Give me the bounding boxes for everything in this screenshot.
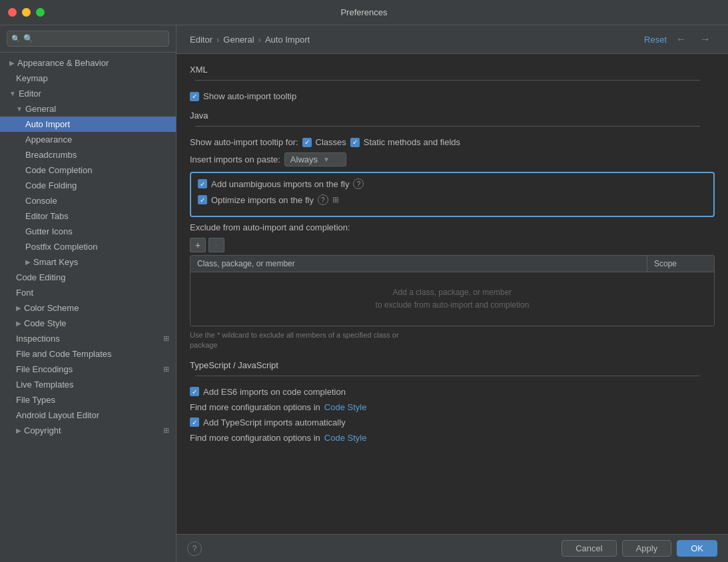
add-exclude-button[interactable]: + <box>190 238 206 252</box>
breadcrumb-auto-import: Auto Import <box>265 35 310 45</box>
close-button[interactable] <box>8 8 17 17</box>
cancel-button[interactable]: Cancel <box>561 540 616 557</box>
sidebar-item-file-code-templates[interactable]: File and Code Templates <box>0 346 176 362</box>
sidebar-item-code-editing[interactable]: Code Editing <box>0 270 176 285</box>
table-col-scope: Scope <box>647 256 714 272</box>
insert-imports-dropdown[interactable]: Always ▼ <box>284 152 346 166</box>
ts-auto-checkbox[interactable] <box>190 418 199 427</box>
sidebar-item-live-templates[interactable]: Live Templates <box>0 377 176 392</box>
sidebar-item-appearance[interactable]: Appearance <box>0 132 176 147</box>
search-icon: 🔍 <box>11 35 21 43</box>
exclude-toolbar: + − <box>190 238 715 252</box>
chevron-right-icon <box>16 304 21 312</box>
sidebar-item-general[interactable]: General <box>0 101 176 117</box>
sidebar-item-label: Appearance & Behavior <box>17 58 109 68</box>
help-bottom-icon[interactable]: ? <box>187 541 202 556</box>
chevron-down-icon: ▼ <box>323 156 330 163</box>
sidebar-item-keymap[interactable]: Keymap <box>0 71 176 86</box>
ts-auto-row: Add TypeScript imports automatically <box>190 418 715 427</box>
sidebar-item-appearance-behavior[interactable]: Appearance & Behavior <box>0 55 176 71</box>
sidebar-item-gutter-icons[interactable]: Gutter Icons <box>0 224 176 239</box>
sidebar-item-label: Code Editing <box>16 272 65 282</box>
sidebar-item-copyright[interactable]: Copyright ⊞ <box>0 423 176 438</box>
window-title: Preferences <box>340 7 387 17</box>
chevron-right-icon <box>16 320 21 327</box>
breadcrumb-sep-2: › <box>258 35 261 45</box>
optimize-imports-extra-icon: ⊞ <box>332 195 339 204</box>
titlebar: Preferences <box>0 0 728 25</box>
xml-show-tooltip-label: Show auto-import tooltip <box>203 91 296 101</box>
exclude-table: Class, package, or member Scope Add a cl… <box>190 255 715 326</box>
add-unambiguous-checkbox[interactable] <box>198 179 207 188</box>
remove-exclude-button[interactable]: − <box>208 238 224 252</box>
ts-find-more-text: Find more configuration options in <box>190 402 320 412</box>
optimize-imports-checkbox[interactable] <box>198 195 207 204</box>
add-unambiguous-help-icon[interactable]: ? <box>353 178 364 189</box>
sidebar-item-label: Code Completion <box>25 165 92 175</box>
ts-code-style-link[interactable]: Code Style <box>324 402 367 412</box>
sidebar-item-file-encodings[interactable]: File Encodings ⊞ <box>0 362 176 377</box>
sidebar-item-code-folding[interactable]: Code Folding <box>0 178 176 193</box>
sidebar-item-editor-tabs[interactable]: Editor Tabs <box>0 208 176 224</box>
xml-show-tooltip-checkbox[interactable] <box>190 92 199 101</box>
forward-button[interactable]: → <box>696 32 715 47</box>
sidebar-item-label: Console <box>25 196 57 206</box>
hint-text: Use the * wildcard to exclude all member… <box>190 330 715 351</box>
sidebar-item-label: Code Style <box>24 318 67 328</box>
ts-code-style-link2[interactable]: Code Style <box>324 433 367 443</box>
breadcrumb-editor[interactable]: Editor <box>190 35 212 45</box>
ok-button[interactable]: OK <box>677 540 717 557</box>
xml-section-title: XML <box>190 65 715 85</box>
java-classes-checkbox[interactable] <box>302 138 312 147</box>
apply-button[interactable]: Apply <box>622 540 672 557</box>
bottom-bar: ? Cancel Apply OK <box>177 534 728 562</box>
copyright-badge: ⊞ <box>163 426 169 435</box>
insert-imports-row: Insert imports on paste: Always ▼ <box>190 152 715 166</box>
maximize-button[interactable] <box>36 8 45 17</box>
main-container: 🔍 Appearance & Behavior Keymap Editor <box>0 25 728 562</box>
sidebar-item-label: Live Templates <box>16 380 73 390</box>
ts-es6-checkbox[interactable] <box>190 387 199 396</box>
window-controls <box>8 8 45 17</box>
sidebar-item-code-completion[interactable]: Code Completion <box>0 162 176 178</box>
sidebar-item-auto-import[interactable]: Auto Import <box>0 117 176 132</box>
breadcrumb: Editor › General › Auto Import <box>190 35 310 45</box>
nav-tree: Appearance & Behavior Keymap Editor Gene… <box>0 53 176 562</box>
search-wrap: 🔍 <box>7 31 169 47</box>
search-input[interactable] <box>7 31 169 47</box>
exclude-label: Exclude from auto-import and completion: <box>190 222 350 232</box>
sidebar-item-label: Inspections <box>16 334 60 344</box>
sidebar-item-label: Editor <box>19 89 41 99</box>
optimize-imports-row: Optimize imports on the fly ? ⊞ <box>198 194 707 205</box>
java-classes-label: Classes <box>316 137 346 147</box>
ts-es6-row: Add ES6 imports on code completion <box>190 387 715 397</box>
content-scroll: XML Show auto-import tooltip Java Show a… <box>177 54 728 534</box>
sidebar-item-breadcrumbs[interactable]: Breadcrumbs <box>0 147 176 162</box>
sidebar-item-font[interactable]: Font <box>0 285 176 300</box>
sidebar-item-file-types[interactable]: File Types <box>0 392 176 408</box>
sidebar-item-color-scheme[interactable]: Color Scheme <box>0 300 176 316</box>
sidebar-item-label: Code Folding <box>25 180 77 190</box>
sidebar-item-label: Editor Tabs <box>25 211 69 221</box>
minimize-button[interactable] <box>22 8 31 17</box>
sidebar-item-editor[interactable]: Editor <box>0 86 176 101</box>
sidebar-item-label: File and Code Templates <box>16 349 112 359</box>
sidebar-item-label: Postfix Completion <box>25 242 97 252</box>
sidebar-item-android-layout-editor[interactable]: Android Layout Editor <box>0 408 176 423</box>
ts-auto-label: Add TypeScript imports automatically <box>203 418 346 427</box>
sidebar-item-postfix-completion[interactable]: Postfix Completion <box>0 239 176 254</box>
sidebar-item-label: Breadcrumbs <box>25 150 77 160</box>
reset-button[interactable]: Reset <box>644 35 667 45</box>
header-nav: Reset ← → <box>644 32 715 47</box>
optimize-imports-help-icon[interactable]: ? <box>318 194 328 205</box>
breadcrumb-general[interactable]: General <box>223 35 254 45</box>
back-button[interactable]: ← <box>672 32 691 47</box>
inspections-badge: ⊞ <box>163 334 169 343</box>
sidebar-item-label: Font <box>16 288 33 298</box>
sidebar-item-smart-keys[interactable]: Smart Keys <box>0 254 176 270</box>
sidebar-item-code-style[interactable]: Code Style <box>0 316 176 331</box>
sidebar-item-inspections[interactable]: Inspections ⊞ <box>0 331 176 346</box>
sidebar-item-label: Android Layout Editor <box>16 410 99 420</box>
java-static-checkbox[interactable] <box>350 138 360 147</box>
sidebar-item-console[interactable]: Console <box>0 193 176 208</box>
